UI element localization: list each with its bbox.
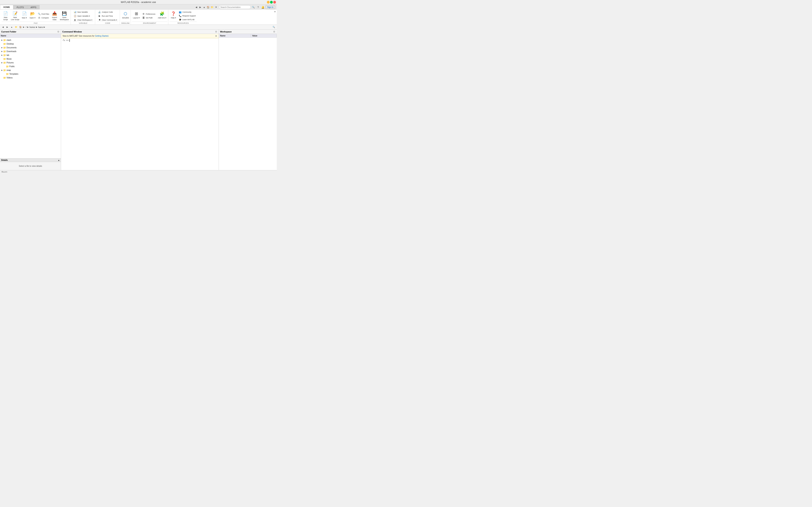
folder-label-clash: clash <box>6 39 11 41</box>
workspace-title: Workspace <box>220 31 232 33</box>
nav-home-button[interactable]: 🏠 <box>206 5 210 9</box>
learn-matlab-icon: 🎓 <box>179 18 182 21</box>
search-button[interactable]: 🔍 <box>252 5 255 9</box>
analyze-code-button[interactable]: 🔬 Analyze Code <box>97 10 118 14</box>
cmd-expand-button[interactable]: ⊡ <box>215 30 217 33</box>
run-and-time-button[interactable]: ▶ Run and Time <box>97 14 118 18</box>
find-files-button[interactable]: 🔍 Find Files <box>37 12 50 16</box>
list-item[interactable]: ▶ 📁 lab <box>0 53 61 57</box>
new-label: New ▾ <box>22 17 27 19</box>
title-bar: MATLAB R2020a - academic use <box>0 0 277 4</box>
customize-button[interactable]: ▼ <box>214 5 218 9</box>
close-button[interactable] <box>273 1 276 4</box>
open-variable-button[interactable]: 📋 Open Variable ▾ <box>73 14 93 18</box>
list-item[interactable]: 📁 Videos <box>0 76 61 79</box>
clear-workspace-label: Clear Workspace ▾ <box>77 19 92 21</box>
new-variable-label: New Variable <box>77 11 88 13</box>
open-label: Open ▾ <box>30 17 36 19</box>
list-item[interactable]: ▶ 📁 Documents <box>0 46 61 50</box>
help-button[interactable]: ? <box>256 5 260 9</box>
nav-back-button[interactable]: ◀ <box>195 5 198 9</box>
learn-matlab-button[interactable]: 🎓 Learn MATLAB <box>178 18 197 21</box>
import-data-button[interactable]: 📥 ImportData <box>51 10 58 21</box>
fx-symbol: fx <box>63 39 65 42</box>
preferences-label: Preferences <box>146 13 155 15</box>
current-folder-header: Current Folder ⊡ <box>0 30 61 34</box>
new-script-icon: 📄 <box>3 11 8 16</box>
status-text: Ready <box>2 171 7 172</box>
layout-button[interactable]: ⊞ Layout ▾ <box>132 10 141 21</box>
notification-button[interactable]: 🔔 <box>261 5 265 9</box>
save-workspace-button[interactable]: 💾 SaveWorkspace <box>59 10 70 21</box>
folder-label-public: Public <box>9 65 15 67</box>
path-home[interactable]: home <box>29 26 36 29</box>
nav-up-button[interactable]: ▲ <box>202 5 206 9</box>
main-area: Current Folder ⊡ Name ▶ 📁 clash 📁 Deskto… <box>0 30 277 170</box>
list-item[interactable]: 📁 Public <box>0 65 61 68</box>
set-path-button[interactable]: 🛤 Set Path <box>141 16 156 19</box>
path-chevron-2: ▶ <box>36 26 38 28</box>
path-chevron-3: ▶ <box>44 26 45 28</box>
preferences-button[interactable]: ⚙ Preferences <box>141 12 156 16</box>
maximize-button[interactable] <box>270 1 273 4</box>
parent-dir-button[interactable]: ▲ <box>10 25 13 29</box>
browse-button[interactable]: 📁 <box>14 25 18 29</box>
request-support-button[interactable]: 📞 Request Support <box>178 14 197 18</box>
compare-button[interactable]: ⚖ Compare <box>37 16 50 19</box>
command-window-body[interactable]: fx >> <box>61 38 219 170</box>
path-user[interactable]: hans <box>38 26 43 29</box>
find-files-label: Find Files <box>41 13 49 15</box>
new-dropdown-button[interactable]: 📄 New ▾ <box>20 10 28 21</box>
path-root[interactable]: / <box>26 26 27 29</box>
new-variable-icon: 📊 <box>74 11 77 13</box>
new-script-button[interactable]: 📄 NewScript <box>2 10 9 21</box>
help-big-icon: ❓ <box>171 11 176 16</box>
open-button[interactable]: 📂 Open ▾ <box>29 10 37 21</box>
expand-icon-clash: ▶ <box>1 39 3 41</box>
sign-in-button[interactable]: Sign In <box>265 6 275 9</box>
nav-folder-button[interactable]: 📁 <box>210 5 214 9</box>
ribbon-expand-button[interactable]: ▲ <box>274 10 276 12</box>
simulink-button[interactable]: ⬡ Simulink <box>121 10 130 21</box>
minimize-button[interactable] <box>267 1 270 4</box>
address-expand-button[interactable]: 🔍 <box>272 25 275 29</box>
search-documentation-input[interactable] <box>219 5 251 9</box>
list-item[interactable]: ▶ 📁 Pictures <box>0 61 61 65</box>
list-item[interactable]: 📁 Templates <box>0 72 61 76</box>
run-and-time-label: Run and Time <box>102 15 113 17</box>
list-item[interactable]: 📁 Music <box>0 57 61 61</box>
tab-apps[interactable]: APPS <box>27 5 40 9</box>
list-item[interactable]: ▶ 📁 clash <box>0 38 61 42</box>
preferences-icon: ⚙ <box>142 13 145 15</box>
folder-panel-expand[interactable]: ⊡ <box>57 30 60 33</box>
nav-forward-button[interactable]: ▶ <box>198 5 202 9</box>
add-ons-button[interactable]: 🧩 Add-Ons ▾ <box>157 10 167 21</box>
recent-dirs-button[interactable]: 🏠 <box>19 25 22 29</box>
community-button[interactable]: 👥 Community <box>178 10 197 14</box>
clear-workspace-button[interactable]: 🗑 Clear Workspace ▾ <box>73 18 93 21</box>
new-live-script-label: NewLive Script <box>11 16 19 21</box>
getting-started-link[interactable]: Getting Started. <box>95 35 109 37</box>
help-big-button[interactable]: ❓ Help ▾ <box>169 10 177 21</box>
new-variable-button[interactable]: 📊 New Variable <box>73 10 93 14</box>
code-section-label: CODE <box>97 21 118 24</box>
folder-icon-videos: 📁 <box>3 76 6 79</box>
new-live-script-button[interactable]: 📝 NewLive Script <box>10 10 20 21</box>
ws-expand-button[interactable]: ⊡ <box>273 30 275 33</box>
back-button[interactable]: ◀ <box>1 25 5 29</box>
ws-header-actions: ⊡ <box>273 30 275 33</box>
new-script-label: NewScript <box>3 16 8 21</box>
list-item[interactable]: ▶ 📁 snap <box>0 68 61 72</box>
list-item[interactable]: ▶ 📁 Downloads <box>0 50 61 53</box>
path-separator-1: ▶ <box>23 26 24 28</box>
folder-icon-desktop: 📁 <box>3 43 6 45</box>
clear-commands-label: Clear Commands ▾ <box>102 19 117 21</box>
clear-commands-button[interactable]: ✖ Clear Commands ▾ <box>97 18 118 21</box>
workspace-body <box>219 38 277 170</box>
tab-home[interactable]: HOME <box>0 5 13 9</box>
run-and-time-icon: ▶ <box>98 15 101 17</box>
list-item[interactable]: 📁 Desktop <box>0 42 61 46</box>
tab-plots[interactable]: PLOTS <box>13 5 27 9</box>
info-close-button[interactable]: ✕ <box>215 35 217 38</box>
forward-button[interactable]: ▶ <box>6 25 9 29</box>
